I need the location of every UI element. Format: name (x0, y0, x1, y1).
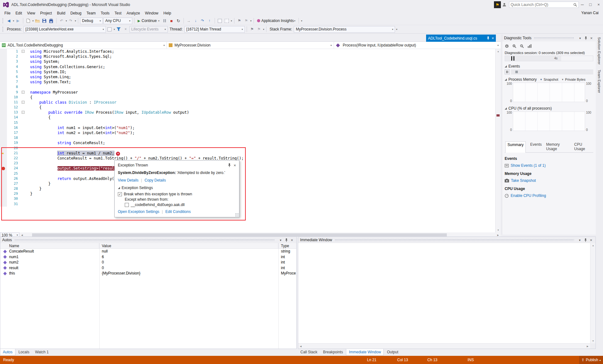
fold-toggle[interactable]: - (22, 111, 25, 114)
code-line[interactable]: →21 int result = num1 / num2;× (0, 151, 495, 156)
process-step-icon[interactable] (107, 26, 113, 32)
indicator-margin[interactable] (0, 54, 7, 59)
undo-icon[interactable]: ↶ (58, 18, 65, 24)
fold-toggle[interactable]: - (22, 91, 25, 94)
step-over-icon[interactable]: ↷ (200, 18, 206, 24)
indicator-margin[interactable] (0, 156, 7, 161)
menu-window[interactable]: Window (142, 9, 161, 17)
quick-launch-box[interactable] (509, 2, 579, 8)
navigate-back-icon[interactable]: ◀ (6, 18, 12, 24)
code-editor[interactable]: 1-using Microsoft.Analytics.Interfaces;2… (0, 49, 495, 232)
indicator-margin[interactable] (0, 120, 7, 125)
new-file-icon[interactable] (25, 18, 31, 24)
indicator-margin[interactable] (0, 100, 7, 105)
indicator-margin[interactable] (0, 64, 7, 69)
navigate-forward-icon[interactable]: ▶ (15, 18, 21, 24)
tab-watch-1[interactable]: Watch 1 (32, 349, 51, 355)
tab-locals[interactable]: Locals (16, 349, 32, 355)
code-line[interactable]: 3using System; (0, 59, 495, 64)
scroll-left-icon[interactable]: ◀ (298, 344, 303, 349)
code-line[interactable]: 31 (0, 202, 495, 207)
column-header-type[interactable]: Type (278, 243, 296, 248)
indicator-margin[interactable] (0, 196, 7, 201)
breakpoint-icon[interactable] (2, 167, 5, 170)
bookmark-next-icon[interactable]: ⚑ (243, 18, 249, 24)
code-line[interactable]: 9-namespace MyProcesser (0, 90, 495, 95)
panel-close-icon[interactable]: × (589, 35, 594, 41)
menu-build[interactable]: Build (54, 9, 68, 17)
pin-icon[interactable] (228, 163, 231, 167)
feedback-person-icon[interactable] (502, 3, 507, 7)
tab-output[interactable]: Output (384, 349, 401, 355)
code-line[interactable]: 8 (0, 84, 495, 90)
show-next-statement-icon[interactable]: → (186, 18, 192, 24)
code-line[interactable]: 14 { (0, 115, 495, 120)
indicator-margin[interactable] (0, 79, 7, 84)
tab-events[interactable]: Events (530, 142, 542, 151)
indicator-margin[interactable] (0, 176, 7, 181)
menu-project[interactable]: Project (38, 9, 54, 17)
panel-close-icon[interactable]: × (589, 237, 594, 242)
events-track[interactable] (511, 69, 593, 74)
cpu-section-header[interactable]: CPU (% of all processors) (505, 106, 593, 111)
window-position-icon[interactable]: ▾ (577, 237, 582, 242)
pin-icon[interactable] (487, 36, 490, 40)
maximize-button[interactable]: □ (586, 0, 595, 8)
toolbar-overflow-icon[interactable]: ▾ (396, 28, 397, 31)
pin-icon[interactable] (284, 237, 289, 242)
sidebar-tab-team-explorer[interactable]: Team Explorer (597, 67, 602, 95)
solution-platform-combo[interactable]: Any CPU ▾ (103, 18, 132, 24)
code-line[interactable]: 11- public class Division : IProcessor (0, 100, 495, 105)
pin-icon[interactable] (583, 35, 588, 41)
code-line[interactable]: 27 } (0, 181, 495, 186)
column-separator[interactable] (99, 243, 100, 349)
thread-combo[interactable]: [16712] Main Thread ▾ (184, 26, 245, 33)
code-line[interactable]: 7using System.Text; (0, 79, 495, 84)
indicator-margin[interactable] (0, 95, 7, 100)
toolbar-overflow-icon[interactable]: ▾ (301, 19, 302, 22)
popup-resize-grip[interactable] (235, 213, 238, 216)
indicator-margin[interactable] (0, 125, 7, 130)
fold-toggle[interactable]: - (22, 101, 25, 104)
lifecycle-events-combo[interactable]: Lifecycle Events ▾ (129, 26, 168, 33)
tab-call-stack[interactable]: Call Stack (298, 349, 320, 355)
indicator-margin[interactable] (0, 59, 7, 64)
code-line[interactable]: 23 (0, 161, 495, 166)
menu-edit[interactable]: Edit (13, 9, 25, 17)
member-dropdown[interactable]: Process(IRow input, IUpdatableRow output… (334, 42, 501, 49)
minimize-button[interactable]: ─ (578, 0, 586, 8)
open-exception-settings-link[interactable]: Open Exception Settings (118, 209, 159, 214)
process-memory-section-header[interactable]: Process Memory ▼Snapshot ▼Private Bytes (505, 77, 593, 82)
code-line[interactable]: 26 return output.AsReadOnly(); (0, 176, 495, 181)
redo-icon[interactable]: ↷ (68, 18, 74, 24)
code-line[interactable]: 4using System.Collections.Generic; (0, 64, 495, 69)
indicator-margin[interactable]: → (0, 151, 7, 156)
close-button[interactable]: × (595, 0, 603, 8)
code-line[interactable]: 17 int num2 = input.Get<int>("num2"); (0, 130, 495, 135)
code-line[interactable]: 24 output.Set<string>("result", ConcateR… (0, 166, 495, 171)
view-details-link[interactable]: View Details (118, 178, 139, 182)
scroll-right-icon[interactable]: ▶ (585, 344, 590, 349)
sidebar-tab-solution-explorer[interactable]: Solution Explorer (597, 35, 602, 67)
tab-memory-usage[interactable]: Memory Usage (546, 142, 570, 151)
menu-help[interactable]: Help (161, 9, 174, 17)
indicator-margin[interactable] (0, 69, 7, 74)
solution-configuration-combo[interactable]: Debug ▾ (80, 18, 103, 24)
zoom-in-icon[interactable] (512, 44, 517, 48)
clear-filter-icon[interactable]: × (123, 26, 129, 32)
code-line[interactable]: 2using Microsoft.Analytics.Types.Sql; (0, 54, 495, 59)
step-into-icon[interactable]: ↓ (193, 18, 199, 24)
stop-debugging-icon[interactable]: ■ (168, 18, 175, 24)
editor-vertical-scrollbar[interactable]: ▲ ▼ (495, 49, 501, 232)
immediate-window-header[interactable]: Immediate Window ▾ × (298, 237, 595, 243)
indicator-margin[interactable] (0, 74, 7, 79)
menu-debug[interactable]: Debug (68, 9, 84, 17)
autos-panel-header[interactable]: Autos ▾ × (0, 237, 296, 243)
column-header-name[interactable]: Name (0, 243, 99, 248)
tab-close-icon[interactable]: × (491, 36, 494, 41)
indicator-margin[interactable] (0, 115, 7, 120)
enable-cpu-profiling-link[interactable]: Enable CPU Profiling (511, 193, 546, 198)
code-line[interactable]: 25 (0, 171, 495, 176)
save-icon[interactable] (41, 18, 47, 24)
save-all-icon[interactable] (48, 18, 54, 24)
